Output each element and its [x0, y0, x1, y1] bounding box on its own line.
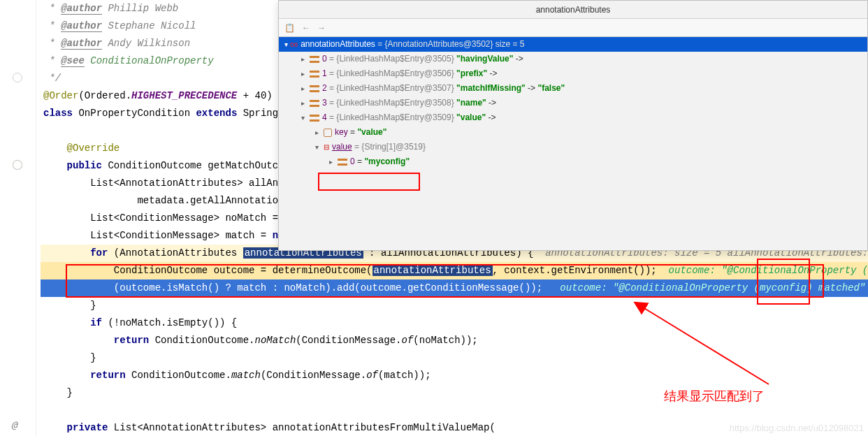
determine-outcome-line: ConditionOutcome outcome = determineOutc… [41, 262, 868, 279]
current-exec-line: (outcome.isMatch() ? match : noMatch).ad… [41, 279, 868, 297]
annotation-text: 结果显示匹配到了 [664, 388, 765, 405]
tree-row[interactable]: ▸2 = {LinkedHashMap$Entry@3507} "matchIf… [279, 81, 867, 96]
array-icon: ⊟ [324, 140, 329, 154]
entry-icon [310, 100, 319, 107]
tree-value-row[interactable]: ▾⊟value = {String[1]@3519} [279, 140, 867, 154]
entry-icon [310, 56, 319, 63]
tree-leaf-row[interactable]: ▸0 = "myconfig" [279, 154, 867, 169]
entry-icon [338, 159, 347, 166]
object-icon: oo [290, 37, 298, 52]
tree-key-row[interactable]: ▸key = "value" [279, 125, 867, 140]
copy-icon[interactable]: 📋 [284, 19, 295, 37]
watermark: https://blog.csdn.net/u012098021 [730, 423, 864, 433]
debugger-variable-popup[interactable]: annotationAttributes 📋 ← → ▾ oo annotati… [278, 0, 868, 251]
popup-toolbar: 📋 ← → [279, 19, 867, 37]
key-icon [324, 129, 332, 137]
tree-row[interactable]: ▾4 = {LinkedHashMap$Entry@3509} "value" … [279, 110, 867, 125]
popup-title: annotationAttributes [279, 1, 867, 19]
back-icon[interactable]: ← [302, 19, 310, 37]
entry-icon [310, 115, 319, 122]
tree-row[interactable]: ▸1 = {LinkedHashMap$Entry@3506} "prefix"… [279, 66, 867, 81]
fold-marker[interactable] [13, 160, 22, 170]
editor-gutter: @ [0, 0, 36, 436]
tree-row[interactable]: ▸3 = {LinkedHashMap$Entry@3508} "name" -… [279, 96, 867, 110]
fold-marker[interactable] [13, 73, 22, 82]
entry-icon [310, 85, 319, 92]
override-gutter-icon[interactable]: @ [11, 419, 17, 430]
tree-root-row[interactable]: ▾ oo annotationAttributes = {AnnotationA… [279, 37, 867, 52]
entry-icon [310, 71, 319, 78]
forward-icon[interactable]: → [317, 19, 326, 37]
variable-tree[interactable]: ▾ oo annotationAttributes = {AnnotationA… [279, 37, 867, 169]
tree-row[interactable]: ▸0 = {LinkedHashMap$Entry@3505} "havingV… [279, 52, 867, 66]
